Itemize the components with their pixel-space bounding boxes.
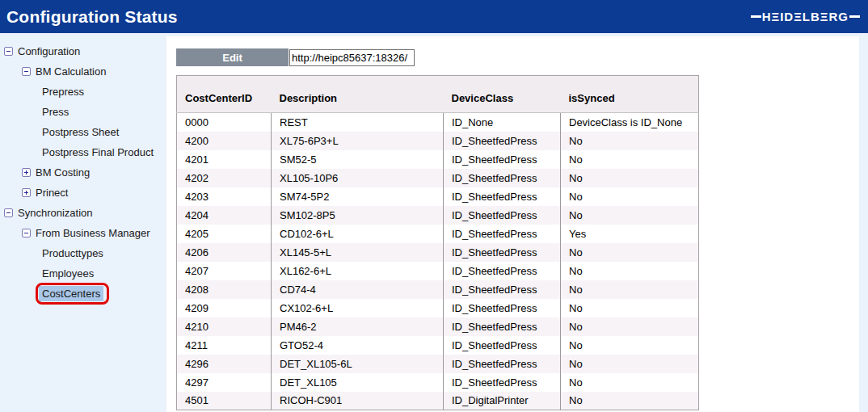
table-row: 4200XL75-6P3+LID_SheetfedPressNo [177,132,699,150]
tree-item-label: Prepress [42,86,84,98]
sidebar-item-prepress[interactable]: Prepress [0,82,166,102]
tree-toggle-plus-icon[interactable] [22,168,31,177]
tree-item-label: Synchronization [18,207,93,219]
tree-item-label: Press [42,106,69,118]
cell-deviceclass: ID_SheetfedPress [444,317,561,336]
table-row: 4204SM102-8P5ID_SheetfedPressNo [177,206,699,225]
cell-description: PM46-2 [272,317,444,336]
cell-issynced: No [561,206,699,225]
sidebar-item-costcenters[interactable]: CostCenters [0,284,166,304]
table-header-row: CostCenterIDDescriptionDeviceClassisSync… [177,76,699,113]
cell-deviceclass: ID_SheetfedPress [444,132,561,150]
sidebar-item-postpress-sheet[interactable]: Postpress Sheet [0,122,166,142]
top-header-bar: Configuration Status HΞIDΞLBΞRG [0,0,868,33]
url-input[interactable] [289,49,415,66]
cell-costcenterid: 4207 [177,262,272,280]
cell-description: XL162-6+L [272,262,444,280]
cell-description: CD102-6+L [272,225,444,243]
cell-costcenterid: 4201 [177,150,272,169]
tree-item-label: Postpress Final Product [42,146,154,158]
cell-issynced: No [561,243,699,262]
cell-issynced: No [561,262,699,280]
sidebar-item-prinect[interactable]: Prinect [0,183,166,203]
cell-issynced: No [561,373,699,392]
table-row: 4203SM74-5P2ID_SheetfedPressNo [177,187,699,206]
cell-deviceclass: ID_DigitalPrinter [444,392,561,410]
cell-deviceclass: ID_SheetfedPress [444,150,561,169]
edit-toolbar: Edit [176,48,415,66]
cell-costcenterid: 4206 [177,243,272,262]
cell-deviceclass: ID_SheetfedPress [444,355,561,373]
cell-costcenterid: 4297 [177,373,272,392]
cell-issynced: Yes [561,225,699,243]
cell-costcenterid: 4296 [177,355,272,373]
sidebar-item-configuration[interactable]: Configuration [0,41,166,61]
cell-costcenterid: 4208 [177,280,272,299]
sidebar-item-bm-costing[interactable]: BM Costing [0,162,166,183]
page-title: Configuration Status [6,7,178,27]
sidebar-item-press[interactable]: Press [0,102,166,122]
cell-costcenterid: 4211 [177,336,272,355]
tree-item-label: From Business Manager [36,227,150,239]
table-row: 4202XL105-10P6ID_SheetfedPressNo [177,169,699,187]
cell-description: XL75-6P3+L [272,132,444,150]
tree-toggle-plus-icon[interactable] [22,188,31,197]
cell-costcenterid: 4209 [177,299,272,317]
sidebar-item-from-business-manager[interactable]: From Business Manager [0,223,166,243]
column-header-description: Description [272,76,444,113]
cell-description: SM52-5 [272,150,444,169]
cell-issynced: No [561,355,699,373]
tree-toggle-minus-icon[interactable] [4,47,13,56]
cell-costcenterid: 4210 [177,317,272,336]
cell-deviceclass: ID_SheetfedPress [444,280,561,299]
tree-toggle-minus-icon[interactable] [22,229,31,238]
logo-left-dash [751,15,761,18]
cell-description: XL145-5+L [272,243,444,262]
cell-description: DET_XL105-6L [272,355,444,373]
tree-toggle-minus-icon[interactable] [22,67,31,76]
cell-deviceclass: ID_SheetfedPress [444,169,561,187]
main-content-panel: Edit CostCenterIDDescriptionDeviceClassi… [166,36,859,412]
table-row: 4205CD102-6+LID_SheetfedPressYes [177,225,699,243]
cell-deviceclass: ID_None [444,113,561,132]
cell-costcenterid: 4203 [177,187,272,206]
cell-issynced: No [561,299,699,317]
table-row: 4297DET_XL105ID_SheetfedPressNo [177,373,699,392]
cell-description: RICOH-C901 [272,392,444,410]
cell-issynced: No [561,392,699,410]
cell-description: XL105-10P6 [272,169,444,187]
tree-toggle-minus-icon[interactable] [4,208,13,217]
cell-costcenterid: 4202 [177,169,272,187]
tree-item-label: Employees [42,267,94,280]
table-row: 4501RICOH-C901ID_DigitalPrinterNo [177,392,699,410]
cell-issynced: No [561,280,699,299]
cell-issynced: No [561,317,699,336]
tree-item-label: Producttypes [42,247,103,259]
cell-costcenterid: 0000 [177,113,272,132]
cell-issynced: DeviceClass is ID_None [561,113,699,132]
sidebar-item-producttypes[interactable]: Producttypes [0,243,166,263]
table-row: 4296DET_XL105-6LID_SheetfedPressNo [177,355,699,373]
table-row: 4211GTO52-4ID_SheetfedPressNo [177,336,699,355]
cell-costcenterid: 4204 [177,206,272,225]
cell-issynced: No [561,169,699,187]
sidebar-item-postpress-final-product[interactable]: Postpress Final Product [0,142,166,162]
sidebar-item-employees[interactable]: Employees [0,263,166,284]
cost-centers-table: CostCenterIDDescriptionDeviceClassisSync… [176,75,699,410]
sidebar-tree: ConfigurationBM CalculationPrepressPress… [0,36,166,412]
sidebar-item-bm-calculation[interactable]: BM Calculation [0,61,166,82]
sidebar-item-synchronization[interactable]: Synchronization [0,203,166,223]
cell-deviceclass: ID_SheetfedPress [444,243,561,262]
column-header-issynced: isSynced [561,76,699,113]
edit-button[interactable]: Edit [176,48,289,66]
cell-costcenterid: 4200 [177,132,272,150]
table-row: 4201SM52-5ID_SheetfedPressNo [177,150,699,169]
cell-issynced: No [561,336,699,355]
logo-right-dash [849,15,860,18]
cell-description: CD74-4 [272,280,444,299]
cell-description: GTO52-4 [272,336,444,355]
table-body: 0000RESTID_NoneDeviceClass is ID_None420… [177,113,699,410]
cell-deviceclass: ID_SheetfedPress [444,299,561,317]
cell-costcenterid: 4501 [177,392,272,410]
cell-description: SM74-5P2 [272,187,444,206]
